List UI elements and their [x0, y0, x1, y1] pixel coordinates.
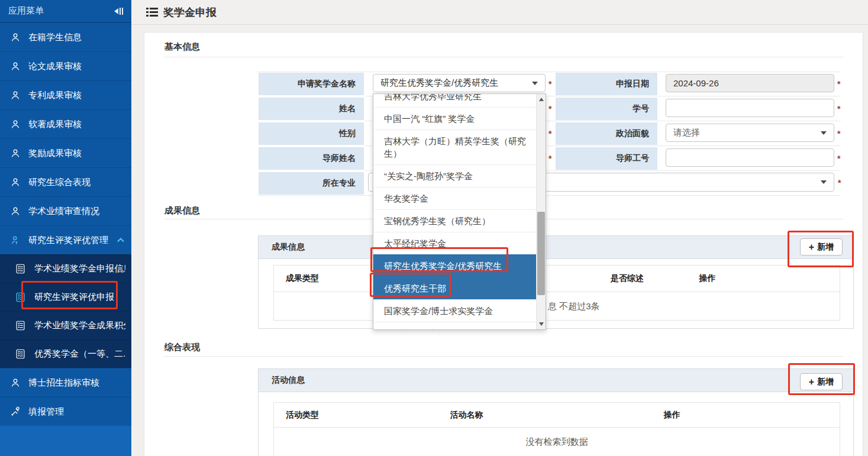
- required-star: *: [837, 154, 840, 163]
- activity-panel-header: 活动信息 + 新增: [259, 369, 853, 392]
- scroll-down-icon[interactable]: [537, 319, 546, 329]
- activity-col-type: 活动类型: [274, 403, 438, 427]
- field-label-student-id: 学号: [556, 98, 657, 120]
- required-star: *: [837, 129, 840, 138]
- user-icon: [9, 89, 21, 101]
- dropdown-options: 吉林大学优秀毕业研究生 中国一汽 “红旗” 奖学金 吉林大学（力旺）精英学生奖（…: [373, 94, 536, 329]
- section-title-basic-info: 基本信息: [164, 41, 200, 53]
- collapse-bar: [122, 8, 123, 15]
- activity-col-actions: 操作: [652, 403, 840, 427]
- scholarship-name-value: 研究生优秀奖学金/优秀研究生: [380, 77, 498, 89]
- sidebar-item-label: 奖励成果审核: [28, 148, 124, 159]
- checklist-icon: [15, 264, 26, 274]
- chevron-down-icon: [821, 180, 827, 184]
- sidebar-subitem-excellent-scholarship[interactable]: 优秀奖学金（一等、二...: [0, 339, 131, 368]
- user-icon: [9, 118, 21, 130]
- political-status-value: 请选择: [673, 127, 700, 138]
- sidebar-item-awards-management[interactable]: 研究生评奖评优管理: [0, 225, 131, 254]
- scrollbar-thumb[interactable]: [537, 212, 545, 295]
- field-label-gender: 性别: [259, 122, 364, 145]
- dropdown-option[interactable]: 吉林大学优秀毕业研究生: [373, 94, 536, 107]
- tools-icon: [9, 406, 21, 418]
- field-label-advisor-id: 导师工号: [556, 147, 657, 170]
- field-label-application-date: 申报日期: [556, 73, 657, 95]
- plus-icon: +: [809, 377, 814, 387]
- scroll-up-icon[interactable]: [537, 94, 546, 105]
- sidebar-item-academic-review-status[interactable]: 学术业绩审查情况: [0, 196, 131, 225]
- dropdown-option[interactable]: 宝钢优秀学生奖（研究生）: [373, 209, 536, 232]
- advisor-id-input[interactable]: [666, 148, 834, 167]
- collapse-sidebar-icon[interactable]: [114, 8, 123, 15]
- advisor-id-input-field[interactable]: [673, 153, 827, 163]
- field-label-political-status: 政治面貌: [556, 122, 657, 145]
- results-panel-title: 成果信息: [272, 242, 305, 253]
- sidebar-title: 应用菜单: [8, 5, 114, 17]
- required-star: *: [548, 104, 551, 114]
- activity-empty-text: 没有检索到数据: [526, 436, 588, 448]
- sidebar-item-phd-quota-review[interactable]: 博士招生指标审核: [0, 368, 131, 397]
- activity-panel-title: 活动信息: [272, 375, 305, 386]
- checklist-icon: [15, 321, 26, 331]
- required-star: *: [548, 79, 551, 89]
- sidebar: 应用菜单 在籍学生信息 论文成果审核 专利成果审核 软著成果审核 奖励成果审核: [0, 0, 131, 456]
- required-star: *: [838, 178, 841, 187]
- collapse-bar: [120, 8, 121, 15]
- activity-add-label: 新增: [817, 377, 834, 387]
- divider: [257, 195, 841, 196]
- chevron-down-icon: [532, 82, 538, 85]
- results-table-header-row: 成果类型 是否综述 操作: [274, 266, 840, 292]
- dropdown-option[interactable]: “关实之-陶慰孙”奖学金: [373, 164, 536, 187]
- dropdown-option[interactable]: 吉林大学（力旺）精英学生奖（研究生）: [373, 130, 536, 164]
- activity-col-name: 活动名称: [438, 403, 651, 427]
- sidebar-item-award-review[interactable]: 奖励成果审核: [0, 138, 131, 167]
- sidebar-item-enrolled-students[interactable]: 在籍学生信息: [0, 22, 131, 51]
- user-icon: [9, 60, 21, 72]
- results-add-button[interactable]: + 新增: [800, 238, 843, 256]
- dropdown-option[interactable]: 天合光能助学金: [373, 322, 536, 329]
- page-title: 奖学金申报: [163, 5, 217, 20]
- application-date-input: 2024-09-26: [666, 74, 834, 92]
- activity-add-button[interactable]: + 新增: [800, 373, 843, 390]
- sidebar-subitem-achievement-points[interactable]: 学术业绩奖学金成果积分: [0, 311, 131, 339]
- sidebar-subitem-label: 学术业绩奖学金成果积分: [34, 320, 125, 331]
- sidebar-subitem-label: 优秀奖学金（一等、二...: [34, 348, 125, 360]
- sidebar-item-label: 软著成果审核: [28, 119, 124, 130]
- sidebar-item-label: 论文成果审核: [28, 61, 124, 72]
- sidebar-item-software-review[interactable]: 软著成果审核: [0, 109, 131, 138]
- results-col-actions: 操作: [688, 266, 840, 292]
- dropdown-option-highlighted[interactable]: 研究生优秀奖学金/优秀研究生: [373, 254, 536, 277]
- sidebar-submenu: 学术业绩奖学金申报信息 研究生评奖评优申报 学术业绩奖学金成果积分 优秀奖学金（…: [0, 254, 131, 368]
- dropdown-option-highlighted[interactable]: 优秀研究生干部: [373, 277, 536, 299]
- required-star: *: [548, 129, 551, 138]
- sidebar-subitem-academic-scholarship-info[interactable]: 学术业绩奖学金申报信息: [0, 254, 131, 283]
- political-status-select[interactable]: 请选择: [666, 124, 834, 142]
- scholarship-name-select[interactable]: 研究生优秀奖学金/优秀研究生: [373, 74, 546, 92]
- sidebar-item-overall-performance[interactable]: 研究生综合表现: [0, 167, 131, 196]
- sidebar-subitem-awards-application[interactable]: 研究生评奖评优申报: [0, 283, 131, 311]
- divider: [257, 72, 841, 72]
- student-id-input[interactable]: [666, 99, 834, 117]
- sidebar-item-paper-review[interactable]: 论文成果审核: [0, 51, 131, 80]
- dropdown-option[interactable]: 太平经纪奖学金: [373, 232, 536, 254]
- user-icon: [9, 176, 21, 188]
- results-empty-row: 息 不超过3条: [274, 292, 840, 321]
- list-icon: [146, 7, 158, 17]
- results-empty-text: 息 不超过3条: [548, 301, 600, 312]
- student-id-input-field[interactable]: [673, 103, 827, 113]
- sidebar-subitem-label: 学术业绩奖学金申报信息: [34, 263, 125, 274]
- dropdown-option[interactable]: 中国一汽 “红旗” 奖学金: [373, 107, 536, 130]
- dropdown-scrollbar[interactable]: [536, 94, 546, 329]
- checklist-icon-active: [15, 292, 26, 303]
- scholarship-dropdown-list: 吉林大学优秀毕业研究生 中国一汽 “红旗” 奖学金 吉林大学（力旺）精英学生奖（…: [373, 93, 546, 330]
- sidebar-item-label: 专利成果审核: [28, 90, 124, 101]
- user-award-icon: [9, 234, 21, 246]
- sidebar-item-report-management[interactable]: 填报管理: [0, 397, 131, 426]
- chevron-down-icon: [821, 131, 827, 135]
- sidebar-header: 应用菜单: [0, 0, 131, 22]
- dropdown-option[interactable]: 国家奖学金/博士求实奖学金: [373, 299, 536, 322]
- dropdown-option[interactable]: 华友奖学金: [373, 187, 536, 209]
- results-add-label: 新增: [817, 242, 834, 253]
- activity-table: 活动类型 活动名称 操作 没有检索到数据: [273, 402, 840, 456]
- sidebar-item-patent-review[interactable]: 专利成果审核: [0, 80, 131, 109]
- results-table: 成果类型 是否综述 操作 息 不超过3条: [273, 265, 840, 321]
